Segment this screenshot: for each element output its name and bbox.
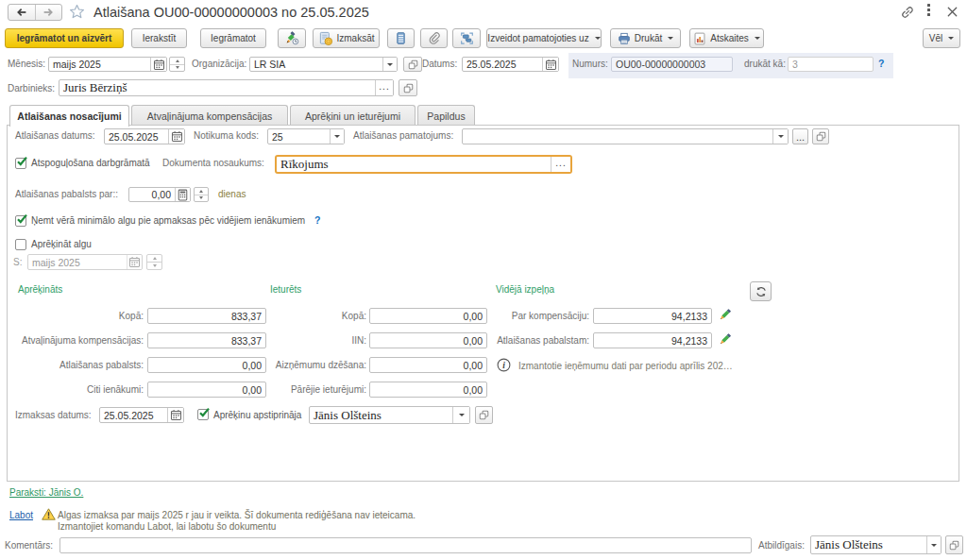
tab-papildus[interactable]: Papildus <box>417 105 475 126</box>
caret-down-icon[interactable] <box>382 58 397 71</box>
tab-atlaisanas-nosacijumi[interactable]: Atlaišanas nosacījumi <box>9 105 129 127</box>
create-based-on-button[interactable]: Izveidot pamatojoties uz <box>486 28 602 48</box>
favorite-star-icon[interactable] <box>69 4 85 20</box>
edit-pencil-icon[interactable] <box>717 307 733 323</box>
pay-document-icon <box>318 31 333 46</box>
calc-salary-checkbox[interactable] <box>15 239 26 250</box>
number-field[interactable]: OU00-00000000003 <box>611 57 733 72</box>
structure-icon <box>460 31 474 45</box>
event-code-field[interactable]: 25 <box>267 128 345 144</box>
organization-open-button[interactable] <box>403 57 422 72</box>
related-documents-button[interactable] <box>452 28 481 48</box>
forward-button[interactable] <box>36 5 62 20</box>
post-button[interactable]: Iegrāmatot <box>200 28 266 48</box>
dismissal-reason-field[interactable] <box>462 128 789 144</box>
calendar-icon[interactable] <box>150 58 166 71</box>
print-button[interactable]: Drukāt <box>610 28 681 48</box>
signatures-link[interactable]: Paraksti: Jānis O. <box>9 487 83 498</box>
reports-button[interactable]: Atskaites <box>689 28 764 48</box>
caret-down-icon <box>668 37 673 40</box>
withheld-total-field[interactable]: 0,00 <box>369 308 487 324</box>
link-icon[interactable] <box>900 5 915 20</box>
employee-open-button[interactable] <box>399 79 417 96</box>
open-link-icon <box>407 59 419 71</box>
withheld-row-label: Aizņēmumu dzēšana: <box>270 360 366 371</box>
print-as-help[interactable]: ? <box>878 58 884 69</box>
calendar-icon[interactable] <box>167 408 183 422</box>
withheld-loans-field[interactable]: 0,00 <box>369 357 487 373</box>
calculated-other-field[interactable]: 0,00 <box>147 382 266 398</box>
document-name-field[interactable]: Rīkojums ... <box>275 155 572 174</box>
employee-field[interactable]: Juris Bērziņš ... <box>59 79 394 96</box>
payment-date-field[interactable]: 25.05.2025 <box>99 407 184 423</box>
average-severance-field[interactable]: 94,2133 <box>593 332 712 348</box>
month-spinner[interactable] <box>169 57 185 72</box>
dismissal-reason-choose-button[interactable]: ... <box>792 128 808 144</box>
min-wage-help[interactable]: ? <box>314 214 320 226</box>
dismissal-date-field[interactable]: 25.05.2025 <box>104 128 185 144</box>
attachments-button[interactable] <box>420 28 448 48</box>
min-wage-checkbox[interactable] <box>15 215 26 227</box>
average-row-label: Par kompensāciju: <box>489 311 589 322</box>
approved-checkbox[interactable] <box>197 409 209 420</box>
withheld-row-label: Kopā: <box>270 311 366 322</box>
severance-days-spinner[interactable] <box>194 187 209 202</box>
from-month-field[interactable]: maijs 2025 <box>27 254 143 270</box>
calendar-icon[interactable] <box>127 255 142 269</box>
month-field[interactable]: maijs 2025 <box>48 57 167 72</box>
report-chart-icon <box>693 32 706 45</box>
severance-days-field[interactable]: 0,00 <box>128 187 191 202</box>
choose-ellipsis-icon[interactable]: ... <box>375 80 393 95</box>
responsible-open-button[interactable] <box>945 535 963 554</box>
responsible-field[interactable]: Jānis Olšteins <box>810 535 942 554</box>
reflect-workbook-label: Atspoguļošana darbgrāmatā <box>31 158 150 169</box>
calculated-compensation-field[interactable]: 833,37 <box>147 332 266 348</box>
choose-ellipsis-icon[interactable]: ... <box>551 157 570 172</box>
calculated-row-label: Citi ienākumi: <box>15 384 144 396</box>
average-compensation-field[interactable]: 94,2133 <box>593 308 712 324</box>
print-as-field[interactable]: 3 <box>788 57 874 72</box>
organization-field[interactable]: LR SIA <box>249 57 398 72</box>
approved-by-field[interactable]: Jānis Olšteins <box>309 406 470 424</box>
calendar-icon[interactable] <box>168 129 184 144</box>
date-field[interactable]: 25.05.2025 <box>462 57 559 72</box>
app-window: Atlaišana OU00-00000000003 no 25.05.2025… <box>0 0 967 560</box>
calendar-icon[interactable] <box>542 58 558 71</box>
from-month-spinner[interactable] <box>146 254 162 270</box>
calculator-icon[interactable] <box>175 188 190 201</box>
more-button[interactable]: Vēl <box>923 28 960 48</box>
withheld-other-field[interactable]: 0,00 <box>369 382 487 398</box>
write-button[interactable]: Ierakstīt <box>131 28 187 48</box>
approved-label: Aprēķinu apstiprināja <box>213 410 301 421</box>
pay-button[interactable]: Izmaksāt <box>313 28 380 48</box>
window-menu-icon[interactable] <box>927 4 930 16</box>
back-button[interactable] <box>8 5 36 20</box>
comment-field[interactable] <box>59 537 752 553</box>
open-link-icon <box>478 409 490 421</box>
reflect-workbook-checkbox[interactable] <box>15 158 26 169</box>
tab-atvalinajuma-kompensacijas[interactable]: Atvaļinājuma kompensācijas <box>131 105 288 126</box>
edit-pencil-icon[interactable] <box>717 331 733 348</box>
register-list-icon <box>394 31 408 45</box>
register-records-button[interactable] <box>387 28 415 48</box>
caret-down-icon[interactable] <box>452 407 469 423</box>
caret-down-icon[interactable] <box>926 536 941 553</box>
calculated-severance-field[interactable]: 0,00 <box>147 357 266 373</box>
caret-down-icon <box>755 37 760 40</box>
marker-pen-icon <box>284 30 300 46</box>
close-icon[interactable] <box>945 5 959 19</box>
page-title: Atlaišana OU00-00000000003 no 25.05.2025 <box>93 5 369 20</box>
caret-down-icon[interactable] <box>772 129 788 144</box>
open-link-icon <box>948 539 960 552</box>
edit-link[interactable]: Labot <box>9 510 33 520</box>
refresh-button[interactable] <box>750 281 772 301</box>
refresh-icon <box>755 285 768 298</box>
tab-aprekini-un-ieturejumi[interactable]: Aprēķini un ieturējumi <box>290 105 416 126</box>
mark-recalc-button[interactable] <box>278 28 306 48</box>
dismissal-reason-open-button[interactable] <box>812 128 829 144</box>
calculated-total-field[interactable]: 833,37 <box>147 308 266 324</box>
approved-by-open-button[interactable] <box>475 406 493 424</box>
caret-down-icon[interactable] <box>330 129 344 144</box>
withheld-iin-field[interactable]: 0,00 <box>369 332 487 348</box>
post-and-close-button[interactable]: Iegrāmatot un aizvērt <box>5 28 124 48</box>
